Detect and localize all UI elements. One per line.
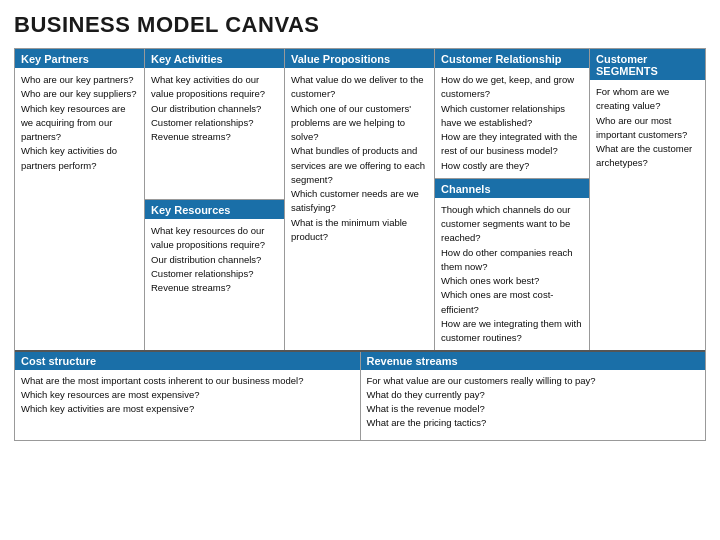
col-partners: Key Partners Who are our key partners? W… [15,49,145,350]
cost-cell: Cost structure What are the most importa… [15,352,361,440]
col-activities-resources: Key Activities What key activities do ou… [145,49,285,350]
segments-header: Customer SEGMENTS [590,49,705,80]
channels-body: Though which channels do our customer se… [435,198,589,351]
cost-body: What are the most important costs inhere… [15,370,360,419]
segments-body: For whom are we creating value? Who are … [590,80,705,350]
business-model-canvas: Key Partners Who are our key partners? W… [14,48,706,441]
cr-section: Customer Relationship How do we get, kee… [435,49,589,179]
channels-header: Channels [435,179,589,198]
cost-header: Cost structure [15,352,360,370]
bottom-row: Cost structure What are the most importa… [15,352,705,440]
partners-header: Key Partners [15,49,144,68]
col-value: Value Propositions What value do we deli… [285,49,435,350]
activities-body: What key activities do our value proposi… [145,68,284,199]
value-header: Value Propositions [285,49,434,68]
cr-body: How do we get, keep, and grow customers?… [435,68,589,178]
col-segments: Customer SEGMENTS For whom are we creati… [590,49,705,350]
col-cr-channels: Customer Relationship How do we get, kee… [435,49,590,350]
activities-section: Key Activities What key activities do ou… [145,49,284,200]
revenue-cell: Revenue streams For what value are our c… [361,352,706,440]
cr-header: Customer Relationship [435,49,589,68]
resources-header: Key Resources [145,200,284,219]
page-title: BUSINESS MODEL CANVAS [14,12,706,38]
value-body: What value do we deliver to the customer… [285,68,434,350]
top-grid: Key Partners Who are our key partners? W… [15,49,705,352]
resources-section: Key Resources What key resources do our … [145,200,284,350]
revenue-body: For what value are our customers really … [361,370,706,433]
resources-body: What key resources do our value proposit… [145,219,284,350]
partners-body: Who are our key partners? Who are our ke… [15,68,144,350]
activities-header: Key Activities [145,49,284,68]
revenue-header: Revenue streams [361,352,706,370]
channels-section: Channels Though which channels do our cu… [435,179,589,351]
